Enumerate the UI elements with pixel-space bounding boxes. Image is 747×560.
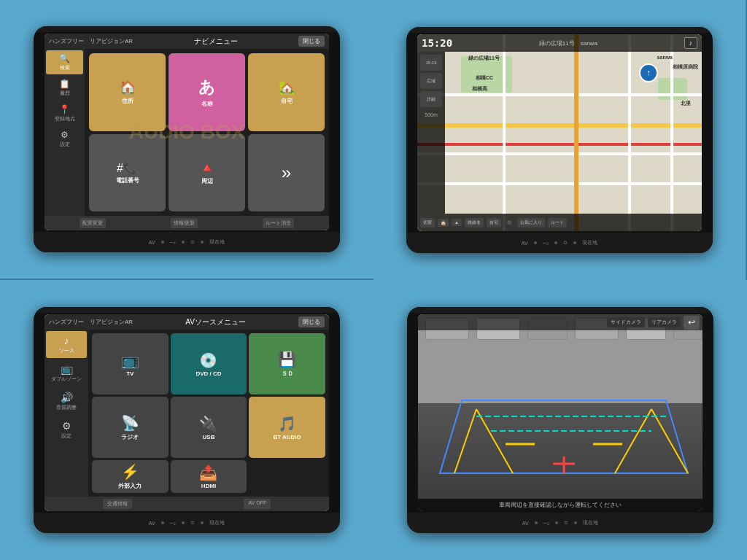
av-dual-label: ダブルゾーン (51, 376, 82, 383)
map-road-red (417, 143, 702, 146)
car-display-3: ハンズフリー リアビジョンAR AVソースメニュー 閉じる ♪ ソース (34, 307, 340, 533)
map-road-v2 (628, 34, 631, 231)
navi-screen: ハンズフリー リアビジョンAR ナビメニュー 閉じる 🔍 検索 (44, 34, 329, 230)
sidebar-item-search[interactable]: 🔍 検索 (46, 50, 83, 74)
navi-grid-address[interactable]: 🏠 住所 (89, 53, 166, 131)
usb-label: USB (203, 434, 215, 440)
map-route-btn[interactable]: ルート (548, 218, 567, 228)
settings-icon: ⚙ (61, 130, 69, 140)
map-home-dest-btn[interactable]: 自宅 (487, 218, 501, 228)
navi-tab-handsfree[interactable]: ハンズフリー (49, 37, 84, 45)
sd-label: ＳＤ (282, 370, 293, 378)
av-dvd-btn[interactable]: 💿 DVD / CD (171, 333, 247, 394)
av-bt-btn[interactable]: 🎵 BT AUDIO (249, 397, 325, 458)
av-usb-btn[interactable]: 🔌 USB (171, 397, 247, 458)
map-wide-btn[interactable]: 広域 (420, 73, 442, 89)
navi-grid-home[interactable]: 🏡 自宅 (248, 53, 325, 131)
navi-grid-arrow[interactable]: » (248, 134, 325, 212)
usb-icon: 🔌 (199, 415, 217, 432)
av-tab-handsfree[interactable]: ハンズフリー (49, 318, 84, 326)
sidebar-history-label: 履歴 (60, 90, 70, 97)
name-label: 名称 (201, 100, 213, 108)
map-screen: 緑の広場11号 sanwa 相模原病院 相模CC 相模高 北里 15:20 緑の… (417, 34, 702, 231)
navi-grid-nearby[interactable]: 🔺 周辺 (169, 134, 245, 212)
map-sidebar: 15:13 広域 詳細 500m (417, 52, 445, 214)
map-time-display: 15:20 (422, 37, 452, 49)
map-header-info: 緑の広場11号 sanwa (452, 39, 684, 47)
av-off-btn[interactable]: AV OFF (244, 499, 271, 509)
display-bottom-bar-4: AV ─♪ ⊙ 現在地 (407, 513, 713, 533)
av-source-label: ソース (59, 347, 74, 354)
map-background (417, 34, 702, 231)
sidebar-item-history[interactable]: 📋 履歴 (46, 76, 83, 100)
av-body: ♪ ソース 📺 ダブルゾーン 🔊 音質調整 ⚙ (44, 330, 329, 497)
home-label: 自宅 (281, 97, 293, 105)
navi-grid-phone[interactable]: #📞 電話番号 (89, 134, 166, 212)
sidebar-settings-label: 設定 (60, 141, 70, 148)
cam-rear-camera-btn[interactable]: リアカメラ (648, 317, 681, 327)
location-icon: 📍 (59, 104, 70, 114)
navi-config-btn[interactable]: 配置変更 (80, 218, 106, 228)
cam-ground (418, 403, 703, 512)
map-home-btn[interactable]: 🏠 (438, 219, 449, 227)
sidebar-item-settings[interactable]: ⚙ 設定 (46, 127, 83, 151)
navi-title-label: ナビメニュー (194, 36, 238, 47)
av-hdmi-btn[interactable]: 📤 HDMI (171, 460, 247, 493)
av-sidebar-dual[interactable]: 📺 ダブルゾーン (46, 359, 87, 386)
arrow-icon: » (282, 163, 291, 183)
cam-header: サイドカメラ リアカメラ ↩ (418, 314, 703, 330)
av-traffic-btn[interactable]: 交通情報 (103, 499, 132, 509)
av-sidebar-settings[interactable]: ⚙ 設定 (46, 416, 87, 443)
map-label-2: sanwa (657, 55, 673, 60)
av-settings-icon: ⚙ (62, 420, 71, 432)
map-route-name-btn[interactable]: 路線名 (465, 218, 484, 228)
map-favorite-btn[interactable]: お気に入り (517, 218, 545, 228)
av-screen: ハンズフリー リアビジョンAR AVソースメニュー 閉じる ♪ ソース (44, 314, 329, 511)
map-major-road-v1 (574, 34, 578, 231)
av-title-label: AVソースメニュー (185, 317, 246, 327)
av-radio-btn[interactable]: 📡 ラジオ (92, 397, 169, 458)
map-scale-label: 500m (425, 112, 438, 117)
navi-info-btn[interactable]: 情報/更新 (171, 218, 198, 228)
navi-grid-name[interactable]: あ 名称 (169, 53, 245, 131)
map-label-sagamiko: 相模高 (472, 85, 487, 93)
av-sd-btn[interactable]: 💾 ＳＤ (249, 333, 325, 394)
av-ext-btn[interactable]: ⚡ 外部入力 (92, 460, 169, 493)
av-sidebar-source[interactable]: ♪ ソース (46, 331, 87, 358)
cam-back-button[interactable]: ↩ (684, 316, 700, 330)
map-detail-btn[interactable]: 詳細 (420, 91, 442, 107)
address-icon: 🏠 (120, 79, 136, 96)
map-road-h1 (417, 93, 702, 96)
map-switch-btn[interactable]: 切替 (420, 218, 435, 228)
navi-header-tabs: ハンズフリー リアビジョンAR (49, 37, 133, 45)
quadrant-map: 緑の広場11号 sanwa 相模原病院 相模CC 相模高 北里 15:20 緑の… (374, 0, 747, 280)
sidebar-registered-label: 登録地点 (55, 115, 75, 122)
av-close-button[interactable]: 閉じる (298, 316, 325, 327)
quadrant-rear-camera: サイドカメラ リアカメラ ↩ 車両周辺を直接確認しながら運転してください AV … (374, 280, 747, 560)
cam-side-camera-btn[interactable]: サイドカメラ (607, 317, 645, 327)
sidebar-item-registered[interactable]: 📍 登録地点 (46, 101, 83, 125)
sd-icon: 💾 (278, 351, 296, 368)
map-signal-label: 強 (504, 218, 514, 228)
map-label-1: 緑の広場11号 (468, 55, 500, 62)
name-icon: あ (198, 77, 215, 98)
av-tv-btn[interactable]: 📺 TV (92, 333, 169, 394)
radio-label: ラジオ (121, 433, 139, 441)
av-tab-rearvision[interactable]: リアビジョンAR (90, 318, 133, 326)
av-sidebar-eq[interactable]: 🔊 音質調整 (46, 388, 87, 415)
navi-tab-rearvision[interactable]: リアビジョンAR (90, 37, 133, 45)
map-major-road-h1 (417, 123, 702, 128)
tv-label: TV (126, 370, 133, 377)
navi-close-button[interactable]: 閉じる (298, 36, 325, 47)
nearby-label: 周辺 (201, 177, 213, 185)
map-car-btn[interactable]: ▲ (452, 219, 462, 226)
map-time-btn[interactable]: 15:13 (420, 55, 442, 71)
hdmi-icon: 📤 (199, 464, 217, 481)
dvd-icon: 💿 (199, 351, 217, 369)
navi-route-clear-btn[interactable]: ルート消去 (263, 218, 294, 228)
bt-label: BT AUDIO (273, 434, 301, 440)
av-header-tabs: ハンズフリー リアビジョンAR (49, 318, 133, 326)
map-time-label: 15:13 (425, 61, 436, 65)
map-music-button[interactable]: ♪ (684, 37, 698, 49)
search-icon: 🔍 (59, 53, 70, 63)
